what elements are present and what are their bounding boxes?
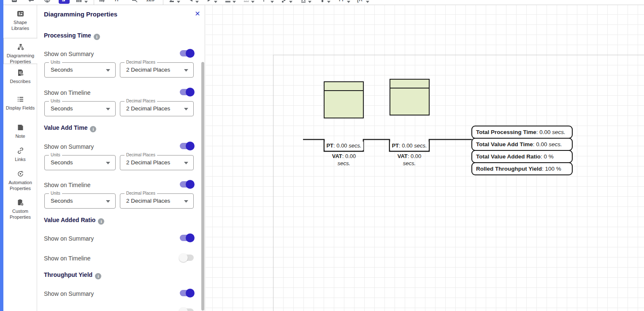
text-color-icon[interactable] — [300, 0, 308, 4]
arrow-end-icon[interactable] — [206, 0, 214, 4]
chevron-down-icon[interactable] — [177, 1, 180, 3]
show-on-summary-toggle[interactable] — [180, 235, 194, 241]
decimal-places-dropdown[interactable]: Decimal Places 2 Decimal Places — [120, 101, 194, 116]
chevron-down-icon[interactable] — [233, 1, 236, 3]
toggle-knob — [186, 88, 195, 97]
toggle-knob — [186, 289, 195, 298]
comment-icon[interactable] — [28, 0, 35, 4]
numbers-icon[interactable]: 123 — [146, 0, 154, 3]
line-weight-icon[interactable] — [225, 0, 232, 4]
dropdown-value: Seconds — [51, 63, 73, 77]
chevron-down-icon[interactable] — [195, 1, 199, 3]
bar-chart-icon[interactable] — [76, 0, 83, 4]
arrow-start-icon[interactable] — [187, 0, 195, 4]
display-fields-icon — [16, 95, 24, 103]
sidebar-item-label: Links — [5, 157, 36, 163]
value-add-time-label[interactable]: VAT: 0.00 secs. — [325, 153, 363, 167]
show-on-timeline-toggle[interactable] — [180, 181, 194, 188]
units-dropdown[interactable]: Units Seconds — [44, 101, 116, 116]
panel-scrollbar[interactable] — [201, 62, 204, 311]
decimal-places-dropdown[interactable]: Decimal Places 2 Decimal Places — [120, 155, 194, 170]
toggle-label: Show on Timeline — [44, 182, 91, 188]
show-on-summary-toggle[interactable] — [180, 290, 194, 296]
sidebar-item-diagramming-properties[interactable]: Diagramming Properties — [3, 38, 38, 64]
notes-icon[interactable] — [11, 0, 19, 4]
format-painter-icon[interactable] — [281, 0, 289, 4]
toggle-knob — [186, 180, 195, 189]
add-points-icon[interactable] — [99, 0, 106, 4]
shape-libraries-icon — [16, 10, 24, 18]
chevron-down-icon[interactable] — [347, 1, 350, 3]
process-shape-header — [325, 82, 363, 91]
show-on-timeline-toggle[interactable] — [180, 255, 194, 261]
corner-style-icon[interactable] — [262, 0, 270, 4]
diagramming-tool-active-button[interactable] — [59, 0, 70, 4]
line-color-icon[interactable] — [169, 0, 176, 4]
text-it-icon[interactable]: IT — [115, 0, 119, 3]
automation-properties-icon — [16, 170, 24, 178]
sidebar-item-display-fields[interactable]: Display Fields — [3, 91, 37, 119]
dropdown-value: 2 Decimal Places — [126, 156, 170, 170]
node-icon[interactable] — [131, 0, 139, 4]
decimal-places-dropdown[interactable]: Decimal Places 2 Decimal Places — [120, 193, 194, 209]
sidebar-item-label: Describes — [5, 79, 36, 85]
info-icon[interactable] — [94, 34, 100, 40]
chevron-down-icon — [184, 162, 188, 164]
chevron-down-icon[interactable] — [366, 1, 369, 3]
links-icon — [16, 147, 24, 155]
chevron-down-icon[interactable] — [289, 1, 292, 3]
process-shape[interactable] — [390, 79, 430, 115]
decimal-places-dropdown[interactable]: Decimal Places 2 Decimal Places — [120, 62, 194, 78]
text-style-icon[interactable]: [A — [357, 0, 363, 3]
sidebar-item-note[interactable]: Note — [3, 119, 37, 142]
chevron-down-icon[interactable] — [308, 1, 311, 3]
dropdown-value: 2 Decimal Places — [126, 194, 170, 208]
chevron-down-icon[interactable] — [271, 1, 274, 3]
line-style-icon[interactable] — [243, 0, 251, 4]
sidebar-item-custom-properties[interactable]: Custom Properties — [3, 194, 37, 223]
show-on-summary-toggle[interactable] — [180, 50, 194, 56]
close-icon[interactable]: ✕ — [193, 10, 202, 18]
globe-icon[interactable] — [44, 0, 51, 4]
custom-properties-icon — [16, 198, 24, 206]
text-size-icon[interactable]: TT — [338, 0, 344, 3]
show-on-summary-toggle[interactable] — [180, 143, 194, 149]
show-on-timeline-toggle[interactable] — [180, 89, 194, 95]
sidebar-item-describes[interactable]: Describes — [3, 64, 37, 91]
info-icon[interactable] — [95, 273, 101, 279]
diagram-canvas[interactable]: PT: 0.00 secs. VAT: 0.00 secs. PT: 0.00 … — [206, 5, 644, 311]
dropdown-value: Seconds — [51, 194, 73, 208]
sidebar-item-links[interactable]: Links — [3, 142, 37, 165]
units-dropdown[interactable]: Units Seconds — [44, 62, 116, 78]
describes-icon — [16, 69, 24, 77]
process-shape[interactable] — [324, 81, 364, 118]
processing-time-label[interactable]: PT: 0.00 secs. — [325, 142, 363, 150]
toolbar-divider — [94, 0, 94, 5]
info-icon[interactable] — [90, 126, 96, 132]
info-icon[interactable] — [98, 218, 104, 225]
units-dropdown[interactable]: Units Seconds — [44, 155, 116, 170]
panel-title: Diagramming Properties — [44, 11, 117, 18]
chevron-down-icon — [106, 162, 110, 164]
highlight-icon[interactable] — [319, 0, 327, 4]
chevron-down-icon[interactable] — [214, 1, 217, 3]
toggle-label: Show on Summary — [44, 143, 94, 150]
toggle-label: Show on Summary — [44, 235, 94, 242]
dropdown-value: 2 Decimal Places — [126, 63, 170, 77]
note-icon — [16, 123, 24, 131]
value-add-time-label[interactable]: VAT: 0.00 secs. — [390, 153, 429, 167]
processing-time-label[interactable]: PT: 0.00 secs. — [390, 142, 429, 150]
summary-row: Total Processing Time: 0.00 secs. — [471, 126, 573, 139]
chevron-down-icon — [184, 108, 188, 110]
sidebar-item-shape-libraries[interactable]: Shape Libraries — [3, 5, 37, 38]
chevron-down-icon[interactable] — [327, 1, 330, 3]
chevron-down-icon[interactable] — [84, 1, 88, 3]
timeline-summary-box[interactable]: Total Processing Time: 0.00 secs. Total … — [471, 126, 573, 175]
process-shape-header — [390, 80, 429, 88]
sidebar-item-label: Diagramming Properties — [5, 53, 36, 65]
sidebar-item-automation-properties[interactable]: Automation Properties — [3, 165, 37, 194]
units-dropdown[interactable]: Units Seconds — [44, 193, 116, 209]
toggle-knob — [186, 142, 195, 150]
chevron-down-icon[interactable] — [251, 1, 254, 3]
show-on-timeline-toggle-partial[interactable] — [180, 308, 194, 311]
